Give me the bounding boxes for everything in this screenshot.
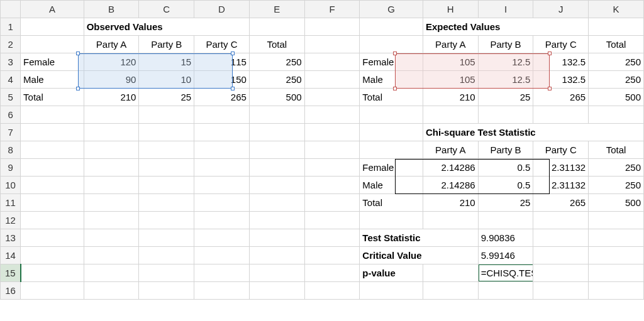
row-header-8[interactable]: 8 xyxy=(1,141,21,159)
cell-A1[interactable] xyxy=(21,18,84,36)
col-header-K[interactable]: K xyxy=(589,1,644,18)
cell-G3[interactable]: Female xyxy=(360,53,423,71)
cell-F4[interactable] xyxy=(304,71,360,89)
cell-H2[interactable]: Party A xyxy=(423,36,478,53)
cell-A3[interactable]: Female xyxy=(21,53,84,71)
cell-B3[interactable]: 120 xyxy=(84,53,139,71)
cell-A2[interactable] xyxy=(21,36,84,53)
cell-C2[interactable]: Party B xyxy=(139,36,194,53)
cell-H8[interactable]: Party A xyxy=(423,141,478,159)
row-header-14[interactable]: 14 xyxy=(1,247,21,264)
cell-E4[interactable]: 250 xyxy=(249,71,304,89)
cell-E1[interactable] xyxy=(249,18,304,36)
cell-J8[interactable]: Party C xyxy=(533,141,589,159)
cell-K1[interactable] xyxy=(589,18,644,36)
col-header-J[interactable]: J xyxy=(533,1,589,18)
row-header-4[interactable]: 4 xyxy=(1,71,21,89)
row-header-2[interactable]: 2 xyxy=(1,36,21,53)
row-header-12[interactable]: 12 xyxy=(1,212,21,229)
cell-G13[interactable]: Test Statistic xyxy=(360,229,478,247)
cell-H4[interactable]: 105 xyxy=(423,71,478,89)
cell-J2[interactable]: Party C xyxy=(533,36,589,53)
cell-H1[interactable]: Expected Values xyxy=(423,18,588,36)
cell-K8[interactable]: Total xyxy=(589,141,644,159)
col-header-F[interactable]: F xyxy=(304,1,360,18)
cell-K9[interactable]: 250 xyxy=(589,159,644,177)
cell-I15-formula[interactable]: =CHISQ.TEST(B3:D4, H3:J4) xyxy=(478,264,533,282)
row-header-10[interactable]: 10 xyxy=(1,177,21,194)
row-header-13[interactable]: 13 xyxy=(1,229,21,247)
cell-K2[interactable]: Total xyxy=(589,36,644,53)
cell-K3[interactable]: 250 xyxy=(589,53,644,71)
row-header-3[interactable]: 3 xyxy=(1,53,21,71)
cell-I14[interactable]: 5.99146 xyxy=(478,247,533,264)
cell-D5[interactable]: 265 xyxy=(194,89,250,106)
cell-G4[interactable]: Male xyxy=(360,71,423,89)
cell-J10[interactable]: 2.31132 xyxy=(533,177,589,194)
cell-D3[interactable]: 115 xyxy=(194,53,250,71)
col-header-A[interactable]: A xyxy=(21,1,84,18)
cell-G2[interactable] xyxy=(360,36,423,53)
cell-G11[interactable]: Total xyxy=(360,194,423,212)
cell-F3[interactable] xyxy=(304,53,360,71)
cell-E5[interactable]: 500 xyxy=(249,89,304,106)
cell-C5[interactable]: 25 xyxy=(139,89,194,106)
cell-B1[interactable]: Observed Values xyxy=(84,18,249,36)
cell-J11[interactable]: 265 xyxy=(533,194,589,212)
cell-D4[interactable]: 150 xyxy=(194,71,250,89)
cell-H11[interactable]: 210 xyxy=(423,194,478,212)
cell-I11[interactable]: 25 xyxy=(478,194,533,212)
cell-G1[interactable] xyxy=(360,18,423,36)
cell-J9[interactable]: 2.31132 xyxy=(533,159,589,177)
cell-G15[interactable]: p-value xyxy=(360,264,423,282)
cell-I4[interactable]: 12.5 xyxy=(478,71,533,89)
col-header-B[interactable]: B xyxy=(84,1,139,18)
col-header-E[interactable]: E xyxy=(249,1,304,18)
row-header-1[interactable]: 1 xyxy=(1,18,21,36)
cell-I13[interactable]: 9.90836 xyxy=(478,229,533,247)
cell-C4[interactable]: 10 xyxy=(139,71,194,89)
cell-F5[interactable] xyxy=(304,89,360,106)
cell-B5[interactable]: 210 xyxy=(84,89,139,106)
cell-K4[interactable]: 250 xyxy=(589,71,644,89)
cell-K10[interactable]: 250 xyxy=(589,177,644,194)
cell-E2[interactable]: Total xyxy=(249,36,304,53)
cell-J3[interactable]: 132.5 xyxy=(533,53,589,71)
cell-I10[interactable]: 0.5 xyxy=(478,177,533,194)
cell-K5[interactable]: 500 xyxy=(589,89,644,106)
cell-K11[interactable]: 500 xyxy=(589,194,644,212)
cell-I5[interactable]: 25 xyxy=(478,89,533,106)
row-header-6[interactable]: 6 xyxy=(1,106,21,124)
cell-G5[interactable]: Total xyxy=(360,89,423,106)
cell-I2[interactable]: Party B xyxy=(478,36,533,53)
cell-F1[interactable] xyxy=(304,18,360,36)
cell-B2[interactable]: Party A xyxy=(84,36,139,53)
row-header-7[interactable]: 7 xyxy=(1,124,21,141)
cell-D2[interactable]: Party C xyxy=(194,36,250,53)
cell-G9[interactable]: Female xyxy=(360,159,423,177)
row-header-15[interactable]: 15 xyxy=(1,264,21,282)
cell-A5[interactable]: Total xyxy=(21,89,84,106)
cell-J4[interactable]: 132.5 xyxy=(533,71,589,89)
row-header-9[interactable]: 9 xyxy=(1,159,21,177)
cell-A4[interactable]: Male xyxy=(21,71,84,89)
cell-F2[interactable] xyxy=(304,36,360,53)
cell-I3[interactable]: 12.5 xyxy=(478,53,533,71)
cell-I8[interactable]: Party B xyxy=(478,141,533,159)
cell-H3[interactable]: 105 xyxy=(423,53,478,71)
col-header-D[interactable]: D xyxy=(194,1,250,18)
cell-I9[interactable]: 0.5 xyxy=(478,159,533,177)
select-all-cell[interactable] xyxy=(1,1,21,18)
col-header-G[interactable]: G xyxy=(360,1,423,18)
row-header-16[interactable]: 16 xyxy=(1,282,21,300)
row-header-5[interactable]: 5 xyxy=(1,89,21,106)
cell-G14[interactable]: Critical Value xyxy=(360,247,478,264)
col-header-H[interactable]: H xyxy=(423,1,478,18)
cell-G10[interactable]: Male xyxy=(360,177,423,194)
col-header-C[interactable]: C xyxy=(139,1,194,18)
cell-H10[interactable]: 2.14286 xyxy=(423,177,478,194)
row-header-11[interactable]: 11 xyxy=(1,194,21,212)
col-header-I[interactable]: I xyxy=(478,1,533,18)
worksheet-grid[interactable]: A B C D E F G H I J K 1 Observed Values … xyxy=(0,0,644,300)
cell-H5[interactable]: 210 xyxy=(423,89,478,106)
